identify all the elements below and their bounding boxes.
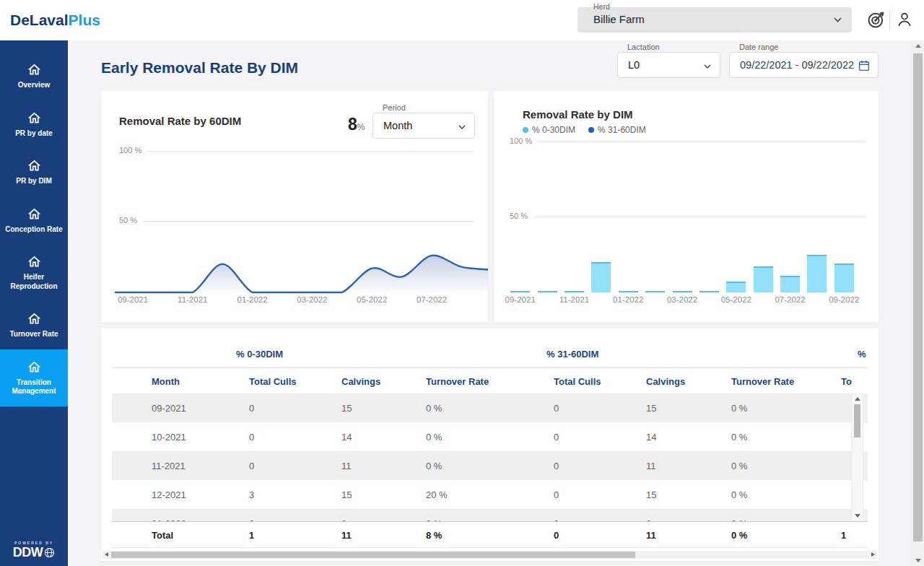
table-cell: 09-2021: [152, 403, 249, 414]
column-header: To: [841, 376, 868, 387]
bar: [538, 291, 557, 293]
y-tick-label: 100 %: [510, 136, 538, 145]
lactation-label: Lactation: [627, 43, 660, 51]
y-tick-label: 100 %: [119, 146, 147, 154]
table-cell: 0: [249, 403, 341, 414]
sidebar-item-heifer-reproduction[interactable]: Heifer Reproduction: [0, 244, 68, 301]
sidebar-item-pr-by-date[interactable]: PR by date: [0, 100, 68, 149]
date-range-picker[interactable]: Date range 09/22/2021 - 09/22/2022: [729, 52, 879, 78]
bar: [754, 266, 773, 292]
table-row: 12-202131520 %0150 %: [112, 480, 868, 509]
bar: [726, 282, 746, 292]
sidebar-item-transition-management[interactable]: Transition Management: [0, 349, 68, 406]
account-icon[interactable]: [895, 9, 914, 30]
table-cell: 10-2021: [152, 432, 249, 443]
herd-select-label: Herd: [593, 2, 610, 11]
bar: [591, 262, 611, 292]
herd-select-value: Billie Farm: [593, 13, 645, 25]
column-header: Turnover Rate: [426, 376, 554, 387]
table-group-header-row: % 0-30DIM % 31-60DIM %: [112, 347, 868, 368]
sidebar-nav: Overview PR by date PR by DIM Conception…: [0, 40, 68, 406]
sidebar-item-overview[interactable]: Overview: [0, 52, 68, 100]
table-total-cell: Total: [152, 530, 249, 541]
x-tick-label: 03-2022: [667, 295, 697, 304]
column-header: Total Culls: [554, 376, 646, 387]
group-header-0-30dim: % 0-30DIM: [236, 349, 283, 360]
topbar-divider: [889, 9, 890, 30]
table-row: 11-20210110 %0110 %: [112, 451, 868, 480]
scrollbar-thumb[interactable]: [111, 552, 635, 558]
column-header: Month: [152, 376, 249, 387]
sidebar-item-pr-by-dim[interactable]: PR by DIM: [0, 148, 68, 196]
x-tick-label: 01-2022: [613, 295, 643, 304]
table-cell: 0 %: [426, 432, 554, 443]
group-header-31-60dim: % 31-60DIM: [546, 349, 598, 360]
sidebar: Overview PR by date PR by DIM Conception…: [0, 40, 68, 566]
home-icon: [27, 158, 42, 173]
x-tick-label: 05-2022: [357, 295, 387, 304]
sidebar-item-label: Overview: [18, 81, 50, 90]
scroll-up-arrow-icon[interactable]: [915, 44, 921, 48]
table-cell: 0: [554, 489, 646, 500]
scrollbar-thumb[interactable]: [913, 53, 923, 541]
bar: [807, 255, 827, 292]
table-cell: 11: [646, 461, 731, 471]
bar: [619, 291, 638, 293]
table-cell: 0: [554, 403, 646, 414]
bar: [834, 264, 854, 292]
bar: [510, 291, 530, 293]
logo-secondary: Plus: [69, 12, 100, 28]
table-cell: 0: [249, 432, 341, 443]
line-chart-plot: [101, 91, 488, 322]
table-total-cell: 1: [249, 530, 341, 541]
bar: [673, 291, 692, 293]
chevron-down-icon: [834, 17, 842, 22]
table-body: 09-20210150 %0150 %10-20210140 %0140 %11…: [112, 393, 868, 521]
table-cell: 20 %: [426, 489, 554, 500]
app-logo: DeLavalPlus: [10, 12, 100, 29]
page-title: Early Removal Rate By DIM: [101, 59, 298, 77]
table-cell: 14: [646, 432, 731, 443]
table-cell: 0 %: [426, 403, 554, 414]
scroll-down-arrow-icon[interactable]: [855, 514, 860, 518]
lactation-value: L0: [628, 59, 640, 71]
x-tick-label: 09-2021: [505, 295, 536, 304]
table-total-cell: 8 %: [426, 530, 554, 541]
x-tick-label: 07-2022: [775, 295, 805, 304]
table-vertical-scrollbar[interactable]: [851, 393, 863, 521]
column-header: Calvings: [646, 376, 731, 387]
x-tick-label: 11-2021: [178, 295, 207, 304]
table-cell: 0: [554, 461, 646, 471]
column-header: Calvings: [341, 376, 426, 387]
table-cell: 0 %: [731, 403, 841, 414]
home-icon: [27, 62, 42, 77]
x-tick-label: 09-2021: [118, 295, 148, 304]
scroll-right-arrow-icon[interactable]: [871, 552, 875, 557]
scroll-left-arrow-icon[interactable]: [105, 552, 108, 557]
scrollbar-thumb[interactable]: [854, 404, 860, 437]
lactation-select[interactable]: Lactation L0: [617, 52, 720, 78]
table-row: 10-20210140 %0140 %: [112, 422, 868, 451]
scroll-up-arrow-icon[interactable]: [855, 397, 860, 401]
column-header: Total Culls: [249, 376, 341, 387]
table-total-cell: 1: [841, 530, 868, 541]
sidebar-item-conception-rate[interactable]: Conception Rate: [0, 196, 68, 245]
sidebar-item-turnover-rate[interactable]: Turnover Rate: [0, 301, 68, 349]
table-cell: 14: [341, 432, 426, 443]
home-icon: [27, 110, 42, 126]
ddw-brand: POWERED BY DDW: [0, 541, 68, 560]
logo-primary: DeLaval: [10, 12, 69, 28]
bar: [699, 291, 719, 293]
table-cell: 12-2021: [152, 489, 249, 500]
page-vertical-scrollbar[interactable]: [912, 40, 924, 566]
home-icon: [27, 254, 42, 269]
sidebar-item-label: Transition Management: [4, 378, 64, 396]
bar: [565, 291, 584, 293]
table-horizontal-scrollbar[interactable]: [103, 551, 877, 559]
sidebar-item-label: PR by DIM: [16, 177, 51, 186]
herd-select[interactable]: Herd Billie Farm: [578, 7, 852, 32]
x-tick-label: 05-2022: [721, 295, 751, 304]
bar-chart-plot: [507, 121, 858, 292]
scroll-down-arrow-icon[interactable]: [915, 559, 921, 562]
goals-target-icon[interactable]: [866, 9, 886, 30]
